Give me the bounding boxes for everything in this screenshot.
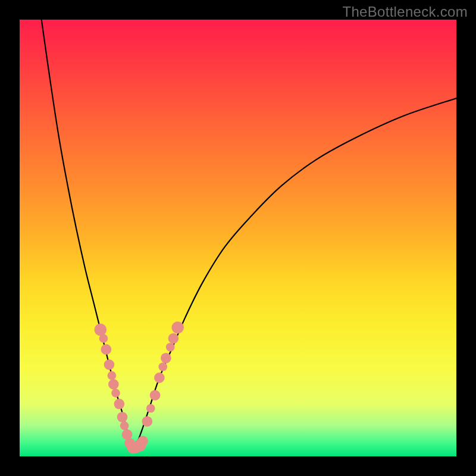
data-dot xyxy=(95,324,107,336)
data-dot xyxy=(99,334,108,343)
data-dot xyxy=(101,344,112,355)
data-dot xyxy=(117,412,128,422)
curves-svg xyxy=(20,20,456,456)
data-dot xyxy=(171,321,184,334)
right-curve xyxy=(136,98,456,447)
data-dot xyxy=(158,362,167,371)
data-dot xyxy=(166,343,175,352)
data-dot xyxy=(120,421,129,430)
data-dot xyxy=(154,372,165,383)
data-dot xyxy=(104,359,115,370)
watermark-text: TheBottleneck.com xyxy=(342,4,468,20)
data-dot xyxy=(108,379,119,390)
data-dot xyxy=(150,390,161,400)
data-dot xyxy=(168,333,179,344)
chart-frame: TheBottleneck.com xyxy=(0,0,476,476)
data-dot xyxy=(142,416,153,427)
dots-group xyxy=(95,321,184,453)
plot-area xyxy=(20,20,456,456)
data-dot xyxy=(114,399,125,409)
data-dot xyxy=(111,389,120,397)
data-dot xyxy=(137,436,148,447)
data-dot xyxy=(161,353,171,364)
data-dot xyxy=(108,371,117,380)
data-dot xyxy=(146,404,155,413)
